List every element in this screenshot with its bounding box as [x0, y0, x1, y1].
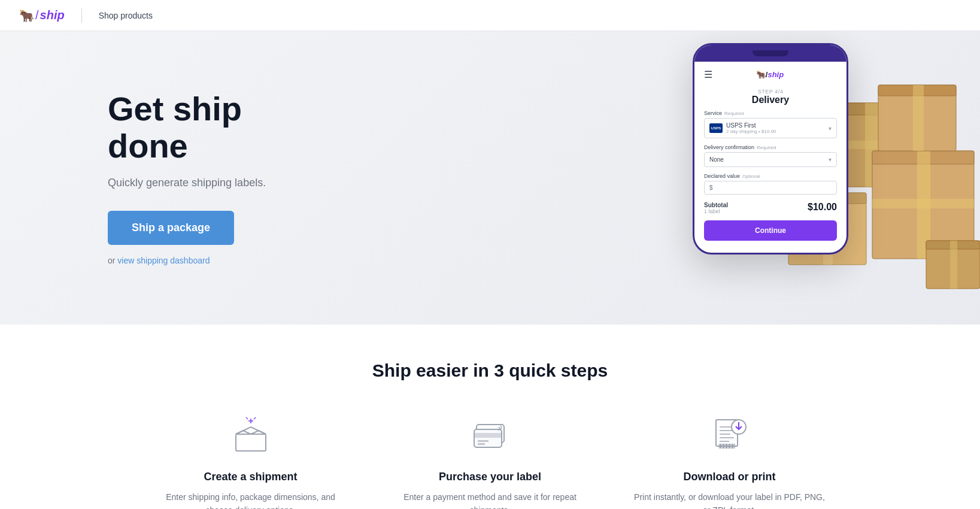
logo: 🐂 / ship	[19, 8, 65, 23]
phone-service-select-left: USPS USPS First 2 day shipping • $10.00	[709, 122, 776, 134]
phone-step-title: Delivery	[704, 95, 837, 105]
open-box-icon	[230, 414, 272, 456]
phone-service-field: Service Required USPS USPS First 2 day s…	[704, 110, 837, 138]
phone-top-bar	[694, 45, 846, 62]
phone-subtotal: Subtotal 1 label $10.00	[704, 202, 837, 214]
phone-delivery-field: Delivery confirmation Required None ▾	[704, 144, 837, 167]
phone-visual: ☰ 🐂/ship STEP 4/4 Delivery Service Requi…	[693, 43, 848, 255]
svg-rect-24	[474, 433, 502, 438]
svg-rect-13	[913, 85, 924, 151]
step-download-print: Download or print Print instantly, or do…	[634, 411, 826, 509]
dashboard-link[interactable]: view shipping dashboard	[117, 256, 210, 265]
header: 🐂 / ship Shop products	[0, 0, 980, 31]
nav-shop-products[interactable]: Shop products	[99, 11, 153, 20]
usps-logo: USPS	[709, 123, 723, 133]
phone-subtotal-amount: $10.00	[808, 202, 837, 213]
phone-notch	[753, 50, 788, 56]
hero-secondary: or view shipping dashboard	[108, 256, 311, 265]
header-divider	[81, 8, 82, 23]
phone-delivery-label: Delivery confirmation Required	[704, 144, 837, 150]
hero-content: Get ship done Quickly generate shipping …	[0, 90, 311, 265]
step-purchase-icon	[466, 411, 514, 459]
logo-container: 🐂 / ship Shop products	[19, 8, 153, 23]
ship-package-button[interactable]: Ship a package	[108, 211, 234, 245]
phone-header: ☰ 🐂/ship	[704, 69, 837, 80]
menu-icon: ☰	[704, 69, 712, 80]
label-download-icon	[709, 414, 751, 456]
phone-logo: 🐂/ship	[756, 70, 784, 79]
phone-subtotal-left: Subtotal 1 label	[704, 202, 728, 214]
step-purchase-desc: Enter a payment method and save it for r…	[395, 490, 586, 509]
step-create-desc: Enter shipping info, package dimensions,…	[155, 490, 347, 509]
credit-card-icon	[469, 414, 511, 456]
svg-rect-7	[872, 199, 974, 208]
phone-declared-field: Declared value Optional $	[704, 173, 837, 195]
steps-section: Ship easier in 3 quick steps	[0, 325, 980, 509]
svg-line-20	[246, 417, 248, 419]
hero-subtitle: Quickly generate shipping labels.	[108, 177, 311, 189]
step-purchase-name: Purchase your label	[439, 471, 541, 483]
step-create-shipment: Create a shipment Enter shipping info, p…	[155, 411, 347, 509]
step-download-name: Download or print	[684, 471, 776, 483]
step-create-icon	[227, 411, 275, 459]
hero-title: Get ship done	[108, 90, 311, 164]
phone-service-select[interactable]: USPS USPS First 2 day shipping • $10.00 …	[704, 118, 837, 138]
phone-step-label: STEP 4/4	[704, 89, 837, 95]
phone-mockup: ☰ 🐂/ship STEP 4/4 Delivery Service Requi…	[693, 43, 848, 255]
hero-section: Get ship done Quickly generate shipping …	[0, 31, 980, 325]
steps-title: Ship easier in 3 quick steps	[24, 360, 956, 381]
steps-grid: Create a shipment Enter shipping info, p…	[131, 411, 849, 509]
phone-service-label: Service Required	[704, 110, 837, 116]
phone-service-info: USPS First 2 day shipping • $10.00	[726, 122, 776, 134]
svg-rect-25	[478, 440, 489, 442]
svg-rect-17	[236, 434, 266, 451]
service-chevron-icon: ▾	[829, 125, 832, 132]
logo-icon: 🐂	[19, 8, 34, 23]
phone-declared-input[interactable]: $	[704, 181, 837, 195]
svg-rect-26	[478, 443, 485, 445]
phone-continue-button[interactable]: Continue	[704, 220, 837, 241]
or-text: or	[108, 256, 117, 265]
phone-delivery-select[interactable]: None ▾	[704, 152, 837, 167]
step-purchase-label: Purchase your label Enter a payment meth…	[395, 411, 586, 509]
step-create-name: Create a shipment	[204, 471, 297, 483]
svg-line-21	[254, 417, 256, 419]
delivery-chevron-icon: ▾	[829, 156, 832, 163]
step-download-icon	[706, 411, 754, 459]
phone-step: STEP 4/4 Delivery	[704, 89, 837, 105]
svg-rect-16	[950, 241, 957, 289]
step-download-desc: Print instantly, or download your label …	[634, 490, 826, 509]
phone-inner: ☰ 🐂/ship STEP 4/4 Delivery Service Requi…	[694, 62, 846, 253]
phone-declared-label: Declared value Optional	[704, 173, 837, 179]
